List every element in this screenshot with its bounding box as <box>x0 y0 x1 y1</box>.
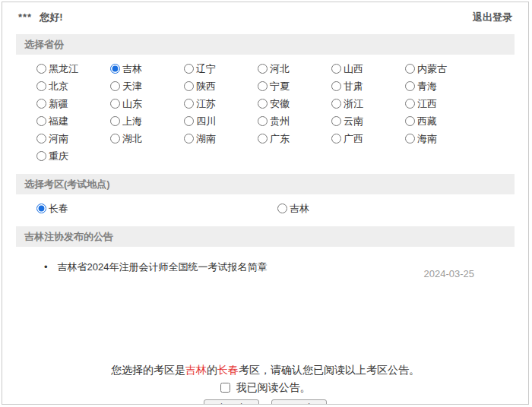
province-label: 云南 <box>344 115 363 128</box>
greeting: ***您好! <box>18 10 63 25</box>
province-option[interactable]: 甘肃 <box>331 77 405 95</box>
province-option[interactable]: 江苏 <box>184 95 258 112</box>
province-option[interactable]: 安徽 <box>258 95 331 112</box>
top-bar: ***您好! 退出登录 <box>2 2 528 25</box>
province-radio[interactable] <box>405 134 415 144</box>
province-radio[interactable] <box>36 64 46 74</box>
province-label: 贵州 <box>270 115 290 128</box>
announcements-list: •吉林省2024年注册会计师全国统一考试报名简章2024-03-25 <box>36 247 494 362</box>
province-option[interactable]: 河北 <box>258 60 331 77</box>
province-label: 湖北 <box>122 132 142 146</box>
province-label: 陕西 <box>196 80 216 93</box>
province-option[interactable]: 云南 <box>331 112 405 130</box>
province-radio[interactable] <box>405 116 415 126</box>
province-radio[interactable] <box>36 134 46 144</box>
province-option[interactable]: 内蒙古 <box>405 60 479 77</box>
province-option[interactable]: 山东 <box>110 95 184 112</box>
province-option[interactable]: 重庆 <box>36 147 110 165</box>
province-radio[interactable] <box>184 99 194 109</box>
province-radio[interactable] <box>110 99 120 109</box>
confirm-province: 吉林 <box>185 364 207 376</box>
province-radio[interactable] <box>331 134 341 144</box>
province-label: 北京 <box>49 80 68 93</box>
province-option[interactable]: 江西 <box>405 95 479 112</box>
province-label: 河南 <box>49 132 68 146</box>
province-option[interactable]: 宁夏 <box>258 77 331 95</box>
province-radio[interactable] <box>36 151 46 161</box>
province-radio[interactable] <box>258 99 268 109</box>
province-label: 吉林 <box>122 62 142 76</box>
province-radio[interactable] <box>184 81 194 91</box>
province-radio[interactable] <box>36 116 46 126</box>
province-option[interactable]: 广西 <box>331 130 405 147</box>
province-radio[interactable] <box>184 134 194 144</box>
province-radio[interactable] <box>405 81 415 91</box>
province-option[interactable]: 广东 <box>258 130 331 147</box>
province-option[interactable]: 吉林 <box>110 60 184 77</box>
province-radio[interactable] <box>110 116 120 126</box>
confirm-suffix: 考区，请确认您已阅读以上考区公告。 <box>239 364 420 376</box>
province-radio[interactable] <box>331 64 341 74</box>
province-option[interactable]: 湖南 <box>184 130 258 147</box>
next-step-button[interactable]: 下一步 <box>271 399 327 405</box>
province-option[interactable]: 四川 <box>184 112 258 130</box>
province-option[interactable]: 新疆 <box>36 95 110 112</box>
province-option[interactable]: 河南 <box>36 130 110 147</box>
logout-link[interactable]: 退出登录 <box>473 10 512 25</box>
province-radio[interactable] <box>110 134 120 144</box>
province-label: 河北 <box>270 62 290 76</box>
province-label: 海南 <box>417 132 437 146</box>
province-label: 辽宁 <box>196 62 216 76</box>
bullet-icon: • <box>44 260 48 274</box>
province-radio[interactable] <box>331 99 341 109</box>
province-radio[interactable] <box>258 64 268 74</box>
province-radio[interactable] <box>184 64 194 74</box>
agree-label[interactable]: 我已阅读公告。 <box>236 381 310 393</box>
province-option[interactable]: 陕西 <box>184 77 258 95</box>
province-radio[interactable] <box>110 81 120 91</box>
prev-step-button[interactable]: 上一步 <box>204 399 259 405</box>
province-label: 浙江 <box>344 97 363 111</box>
province-radio[interactable] <box>110 64 120 74</box>
province-option[interactable]: 上海 <box>110 112 184 130</box>
province-radio[interactable] <box>331 81 341 91</box>
province-option[interactable]: 西藏 <box>405 112 479 130</box>
exam-area-option[interactable]: 吉林 <box>277 200 494 217</box>
province-label: 新疆 <box>49 97 68 111</box>
province-radio[interactable] <box>258 81 268 91</box>
province-option[interactable]: 湖北 <box>110 130 184 147</box>
province-option[interactable]: 辽宁 <box>184 60 258 77</box>
province-label: 内蒙古 <box>417 62 447 76</box>
agree-row: 我已阅读公告。 <box>2 380 528 395</box>
exam-area-label: 长春 <box>49 202 68 216</box>
exam-area-option[interactable]: 长春 <box>36 200 277 217</box>
province-radio[interactable] <box>36 81 46 91</box>
province-option[interactable]: 福建 <box>36 112 110 130</box>
agree-checkbox[interactable] <box>220 383 230 393</box>
province-radio[interactable] <box>258 116 268 126</box>
province-option[interactable]: 黑龙江 <box>36 60 110 77</box>
province-label: 青海 <box>417 80 437 93</box>
province-option[interactable]: 天津 <box>110 77 184 95</box>
province-radio[interactable] <box>405 99 415 109</box>
province-radio[interactable] <box>36 99 46 109</box>
province-option[interactable]: 北京 <box>36 77 110 95</box>
province-label: 重庆 <box>49 150 68 163</box>
province-radio[interactable] <box>405 64 415 74</box>
province-option[interactable]: 山西 <box>331 60 405 77</box>
province-option[interactable]: 贵州 <box>258 112 331 130</box>
exam-area-radio[interactable] <box>277 204 287 213</box>
province-label: 山西 <box>344 62 363 76</box>
province-label: 福建 <box>49 115 68 128</box>
province-radio[interactable] <box>258 134 268 144</box>
confirm-prefix: 您选择的考区是 <box>111 364 185 376</box>
province-radio[interactable] <box>184 116 194 126</box>
province-option[interactable]: 海南 <box>405 130 479 147</box>
province-option[interactable]: 浙江 <box>331 95 405 112</box>
confirmation-area: 您选择的考区是吉林的长春考区，请确认您已阅读以上考区公告。 我已阅读公告。 上一… <box>2 362 528 405</box>
confirm-text: 您选择的考区是吉林的长春考区，请确认您已阅读以上考区公告。 <box>2 362 528 377</box>
announcement-title[interactable]: 吉林省2024年注册会计师全国统一考试报名简章 <box>58 260 268 274</box>
province-radio[interactable] <box>331 116 341 126</box>
exam-area-radio[interactable] <box>36 204 46 213</box>
province-option[interactable]: 青海 <box>405 77 479 95</box>
